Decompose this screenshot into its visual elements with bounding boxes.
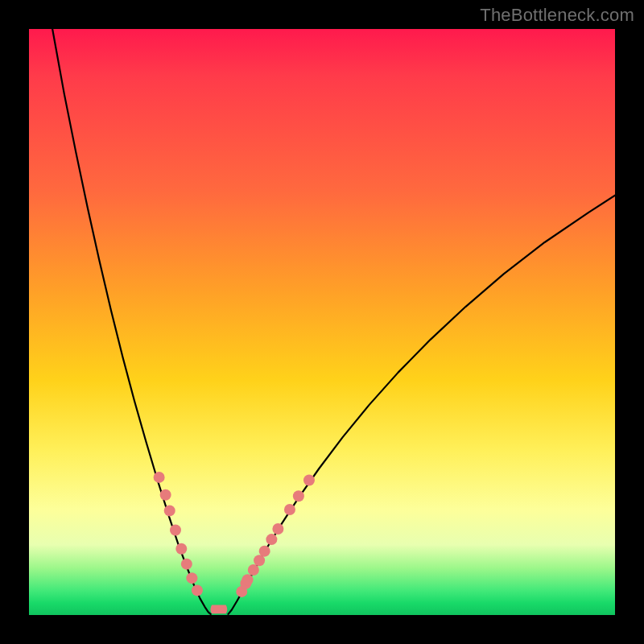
chart-overlay [29, 29, 615, 615]
left-dot [170, 524, 181, 535]
right-dot [266, 534, 277, 545]
dots-layer [154, 472, 315, 597]
curve-layer [52, 29, 615, 614]
left-dot [160, 489, 171, 501]
left-dot [164, 505, 175, 516]
stage: TheBottleneck.com [0, 0, 644, 644]
bottom-arc [211, 605, 228, 614]
left-dot [175, 543, 187, 555]
right-dot [242, 574, 254, 585]
right-dot [303, 475, 315, 486]
right-dot [293, 490, 304, 502]
left-dot [192, 584, 203, 596]
right-dot [284, 504, 295, 515]
right-dot [248, 564, 259, 576]
right-dot [259, 546, 270, 557]
watermark-text: TheBottleneck.com [480, 5, 634, 26]
plot-area [29, 29, 615, 615]
right-dot [272, 523, 283, 535]
curve-right-branch [229, 196, 615, 614]
bottom-arc-layer [211, 605, 228, 614]
left-dot [181, 559, 192, 570]
curve-left-branch [52, 29, 211, 614]
left-dot [154, 472, 165, 483]
left-dot [186, 572, 197, 584]
